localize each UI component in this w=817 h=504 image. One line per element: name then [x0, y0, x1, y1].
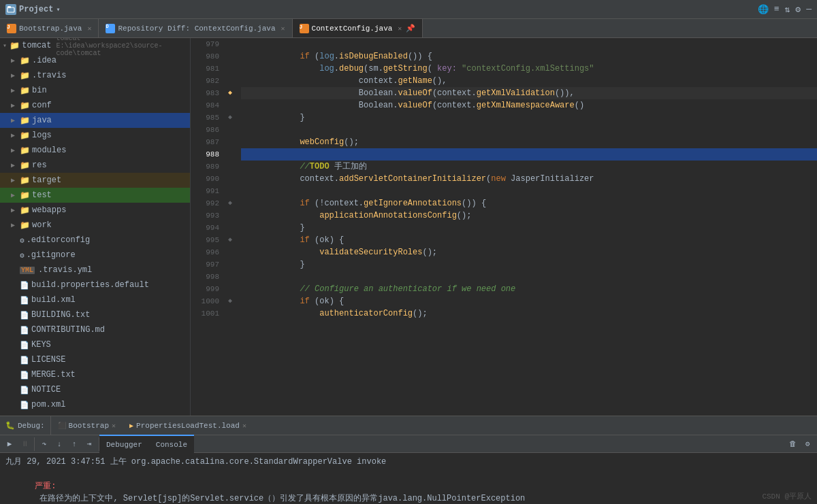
- step-controls: ↷ ↓ ↑ ⇥: [35, 437, 99, 451]
- properties-close[interactable]: ✕: [242, 422, 246, 430]
- sidebar-item-travis[interactable]: ▶ 📁 .travis: [0, 68, 190, 83]
- tab-debugger[interactable]: Debugger: [99, 435, 149, 454]
- build-xml-label: build.xml: [31, 295, 76, 305]
- linenum-1000: 1000: [193, 295, 219, 307]
- step-over-btn[interactable]: ↷: [37, 437, 51, 451]
- gutter-979: [225, 38, 236, 50]
- root-folder-icon: 📁: [10, 41, 20, 51]
- modules-folder-icon: 📁: [20, 146, 30, 156]
- settings-icon[interactable]: ⚙: [795, 4, 801, 15]
- tab-bootstrap-close[interactable]: ✕: [87, 24, 91, 33]
- sidebar-item-bin[interactable]: ▶ 📁 bin: [0, 83, 190, 98]
- sidebar-item-res[interactable]: ▶ 📁 res: [0, 158, 190, 173]
- globe-icon[interactable]: 🌐: [758, 4, 769, 15]
- sidebar-item-build-default[interactable]: ▶ 📄 build.properties.default: [0, 278, 190, 292]
- sidebar-item-travis-yml[interactable]: ▶ YML .travis.yml: [0, 263, 190, 278]
- editor-tab-bar: J Bootstrap.java ✕ D Repository Diff: Co…: [0, 19, 817, 38]
- sidebar-item-merge[interactable]: ▶ 📄 MERGE.txt: [0, 367, 190, 382]
- bottom-panel: 🐛 Debug: ⬛ Bootstrap ✕ ▶ PropertiesLoadT…: [0, 416, 817, 504]
- minimize-icon[interactable]: —: [806, 4, 812, 15]
- license-label: LICENSE: [31, 355, 65, 365]
- modules-arrow: ▶: [11, 146, 18, 154]
- sidebar-item-building-txt[interactable]: ▶ 📄 BUILDING.txt: [0, 307, 190, 322]
- sidebar-item-test[interactable]: ▶ 📁 test: [0, 188, 190, 203]
- pause-btn[interactable]: ⏸: [18, 437, 31, 451]
- linenum-990: 990: [193, 173, 219, 185]
- debug-session-bootstrap[interactable]: ⬛ Bootstrap ✕: [51, 416, 123, 435]
- travis-label: .travis: [32, 71, 66, 80]
- sidebar-item-editorconfig[interactable]: ▶ ⚙ .editorconfig: [0, 233, 190, 248]
- line-998: [241, 271, 817, 283]
- sidebar-item-gitignore[interactable]: ▶ ⚙ .gitignore: [0, 248, 190, 263]
- bootstrap-close[interactable]: ✕: [112, 422, 116, 430]
- tab-context-close[interactable]: ✕: [398, 24, 402, 33]
- expand-icon[interactable]: ⇅: [785, 4, 790, 15]
- merge-label: MERGE.txt: [31, 370, 76, 380]
- sidebar-item-work[interactable]: ▶ 📁 work: [0, 218, 190, 233]
- sidebar-item-contributing[interactable]: ▶ 📄 CONTRIBUTING.md: [0, 322, 190, 337]
- top-bar: Project ▾ 🌐 ≡ ⇅ ⚙ —: [0, 0, 817, 19]
- project-dropdown[interactable]: ▾: [56, 5, 60, 14]
- travis-arrow: ▶: [11, 71, 18, 80]
- main-layout: ▾ 📁 tomcat tomcat E:\idea\workspace2\sou…: [0, 38, 817, 416]
- step-out-btn[interactable]: ↑: [67, 437, 81, 451]
- sidebar-item-keys[interactable]: ▶ 📄 KEYS: [0, 337, 190, 352]
- travis-yml-label: .travis.yml: [38, 265, 92, 275]
- sidebar-item-modules[interactable]: ▶ 📁 modules: [0, 143, 190, 158]
- line-991: [241, 185, 817, 197]
- gutter-982: [225, 75, 236, 87]
- sidebar-item-target[interactable]: ▶ 📁 target: [0, 173, 190, 188]
- gitignore-label: .gitignore: [27, 250, 76, 260]
- sidebar-item-java[interactable]: ▶ 📁 java: [0, 113, 190, 128]
- build-xml-icon: 📄: [20, 296, 29, 305]
- bin-label: bin: [32, 86, 47, 95]
- sidebar-item-webapps[interactable]: ▶ 📁 webapps: [0, 203, 190, 218]
- console-settings-btn[interactable]: ⚙: [801, 437, 814, 451]
- console-line-2: 严重: 在路径为的上下文中, Servlet[jsp]的Servlet.serv…: [5, 468, 812, 504]
- work-folder-icon: 📁: [20, 220, 30, 231]
- linenum-1001: 1001: [193, 307, 219, 320]
- sidebar-item-conf[interactable]: ▶ 📁 conf: [0, 98, 190, 113]
- code-viewport[interactable]: 979 980 981 982 983 984 985 986 987 988 …: [191, 38, 817, 416]
- line-994: }: [241, 222, 817, 234]
- project-section: Project ▾: [5, 4, 60, 15]
- sidebar-item-license[interactable]: ▶ 📄 LICENSE: [0, 352, 190, 367]
- linenum-992: 992: [193, 197, 219, 209]
- code-text-area[interactable]: if (log.isDebugEnabled()) { log.debug(sm…: [236, 38, 817, 416]
- tab-repo-diff[interactable]: D Repository Diff: ContextConfig.java ✕: [99, 19, 292, 38]
- tab-context-label: ContextConfig.java: [312, 24, 393, 33]
- tab-context-config[interactable]: J ContextConfig.java ✕ 📌: [293, 19, 423, 38]
- gitignore-icon: ⚙: [20, 251, 25, 260]
- tab-diff-close[interactable]: ✕: [281, 24, 285, 33]
- step-into-btn[interactable]: ↓: [52, 437, 66, 451]
- sidebar-item-build-xml[interactable]: ▶ 📄 build.xml: [0, 292, 190, 307]
- travis-yml-icon: YML: [20, 267, 35, 274]
- logs-folder-icon: 📁: [20, 131, 30, 141]
- linenum-986: 986: [193, 124, 219, 136]
- line-1000: if (ok) {: [241, 295, 817, 307]
- gutter-marker-995: ◆: [228, 234, 232, 246]
- svg-rect-0: [7, 7, 14, 12]
- sidebar-root[interactable]: ▾ 📁 tomcat tomcat E:\idea\workspace2\sou…: [0, 38, 190, 53]
- bootstrap-debug-icon: ⬛: [58, 422, 66, 430]
- sort-icon[interactable]: ≡: [774, 4, 780, 15]
- clear-console-btn[interactable]: 🗑: [786, 437, 799, 451]
- debug-session-properties[interactable]: ▶ PropertiesLoadTest.load ✕: [123, 416, 253, 435]
- console-output: 九月 29, 2021 3:47:51 上午 org.apache.catali…: [0, 453, 817, 504]
- watermark: CSDN @平原人: [762, 491, 812, 501]
- tab-repo-diff-label: Repository Diff: ContextConfig.java: [118, 24, 275, 33]
- sidebar-item-notice[interactable]: ▶ 📄 NOTICE: [0, 382, 190, 397]
- target-label: target: [32, 175, 61, 185]
- gutter-994: [225, 222, 236, 234]
- linenum-988: 988: [193, 148, 219, 161]
- toolbar-icons: 🌐 ≡ ⇅ ⚙ —: [758, 4, 812, 15]
- gutter-980: [225, 50, 236, 63]
- debug-label-area: 🐛 Debug:: [0, 416, 51, 435]
- sidebar-item-pom[interactable]: ▶ 📄 pom.xml: [0, 397, 190, 412]
- tab-console[interactable]: Console: [149, 435, 194, 454]
- tab-bootstrap[interactable]: J Bootstrap.java ✕: [0, 19, 99, 38]
- merge-icon: 📄: [20, 371, 29, 380]
- run-to-cursor-btn[interactable]: ⇥: [82, 437, 96, 451]
- resume-btn[interactable]: ▶: [3, 437, 16, 451]
- sidebar-item-logs[interactable]: ▶ 📁 logs: [0, 128, 190, 143]
